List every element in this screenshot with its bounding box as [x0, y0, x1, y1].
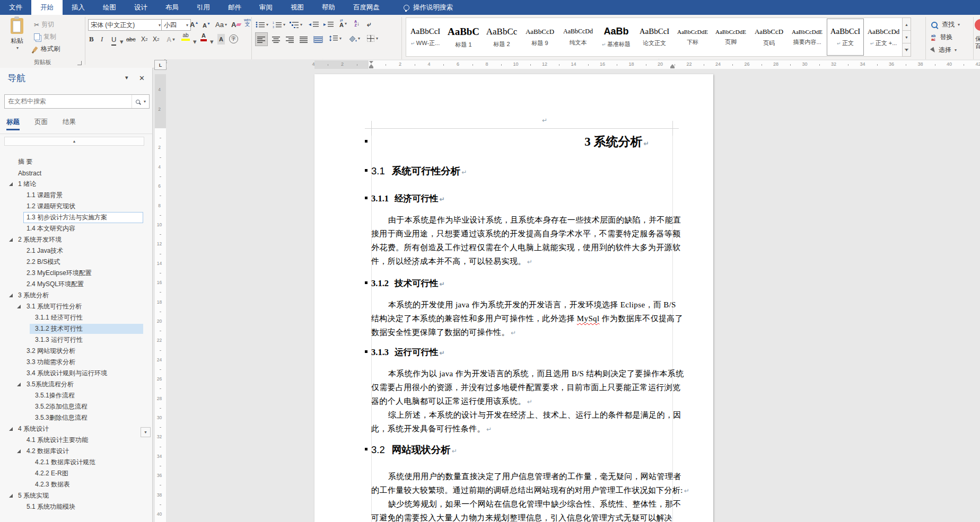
- justify-button[interactable]: [298, 33, 310, 46]
- superscript-button[interactable]: X2: [153, 34, 159, 45]
- doc-text-line[interactable]: 可避免的需要投入大量人力物力来规划整理信息，引入信息化管理方式无疑可以解决: [371, 513, 678, 522]
- distributed-button[interactable]: [312, 33, 325, 46]
- clipboard-dialog-launcher[interactable]: [77, 61, 82, 65]
- font-name-combobox[interactable]: 宋体 (中文正文)▾: [88, 19, 163, 31]
- nav-item[interactable]: 5.1 系统功能模块: [0, 501, 152, 512]
- nav-search-box[interactable]: 在文档中搜索 ▾: [4, 94, 150, 109]
- doc-text-line[interactable]: 本系统的开发使用 java 作为系统开发的开发语言，开发环境选择 Eclipse…: [388, 300, 695, 310]
- copy-button[interactable]: 复制: [34, 32, 56, 41]
- nav-options-dropdown[interactable]: ▾: [125, 74, 128, 81]
- tab-视图[interactable]: 视图: [282, 0, 313, 15]
- nav-item[interactable]: 3.1 系统可行性分析: [0, 301, 152, 312]
- style-item-纯文本[interactable]: AaBbCcDd纯文本: [559, 18, 597, 56]
- nav-item[interactable]: 2 系统开发环境: [0, 234, 152, 245]
- doc-text-line[interactable]: 数据安全性更保障了数据的可操作性。↵: [371, 328, 678, 338]
- grow-font-button[interactable]: A▲: [190, 19, 198, 30]
- nav-item[interactable]: 3.5.1操作流程: [0, 390, 152, 401]
- character-shading-button[interactable]: A: [217, 34, 225, 45]
- style-item-基准标题[interactable]: AaBb↵ 基准标题: [597, 18, 635, 56]
- doc-text-line[interactable]: 接用于商业用途，只想要通过该系统的开发提高自身学术水平，不需要特定服务器等额: [371, 229, 678, 239]
- nav-item[interactable]: 4.2.3 数据表: [0, 479, 152, 490]
- cut-button[interactable]: ✂ 剪切: [34, 20, 54, 29]
- enclose-characters-button[interactable]: 字: [229, 33, 238, 44]
- tab-布局[interactable]: 布局: [156, 0, 188, 15]
- style-item-论文正文[interactable]: AaBbCcI论文正文: [635, 18, 673, 56]
- decrease-indent-button[interactable]: [309, 19, 319, 30]
- nav-item[interactable]: 1.2 课题研究现状: [0, 201, 152, 212]
- nav-item[interactable]: 2.1 Java技术: [0, 245, 152, 256]
- doc-heading2[interactable]: 3.1系统可行性分析↵: [371, 164, 467, 178]
- find-button[interactable]: 查找 ▾: [931, 20, 960, 29]
- tab-邮件[interactable]: 邮件: [219, 0, 250, 15]
- jump-to-top-bar[interactable]: ▲: [4, 137, 144, 146]
- doc-heading3[interactable]: 3.1.3运行可行性↵: [371, 347, 445, 358]
- format-painter-button[interactable]: 格式刷: [34, 45, 60, 54]
- nav-item[interactable]: 1.1 课题背景: [0, 190, 152, 201]
- left-indent-marker[interactable]: [369, 67, 373, 68]
- nav-item[interactable]: 摘 要: [0, 156, 152, 167]
- doc-heading3[interactable]: 3.1.1经济可行性↵: [371, 193, 445, 205]
- nav-item[interactable]: 4 系统设计: [0, 423, 152, 435]
- character-scaling-button[interactable]: ⇄A▾: [339, 18, 347, 29]
- line-spacing-button[interactable]: ▾: [329, 33, 342, 43]
- borders-button[interactable]: ▾: [367, 33, 378, 43]
- styles-scroll-down[interactable]: ▼: [902, 30, 911, 44]
- strikethrough-button[interactable]: abc: [126, 34, 136, 45]
- tab-设计[interactable]: 设计: [125, 0, 156, 15]
- doc-heading2[interactable]: 3.2网站现状分析↵: [371, 443, 457, 456]
- nav-item[interactable]: 3.5.3删除信息流程: [0, 412, 152, 423]
- align-center-button[interactable]: [270, 33, 282, 46]
- font-color-button[interactable]: A: [200, 33, 207, 43]
- nav-item[interactable]: 3.1.3 运行可行性: [0, 334, 152, 346]
- align-left-button[interactable]: [256, 33, 267, 46]
- nav-item[interactable]: 4.1 系统设计主要功能: [0, 435, 152, 446]
- style-item-WW-正...[interactable]: AaBbCcI↵ WW-正...: [406, 18, 444, 56]
- style-item-下标[interactable]: AaBbCcDdE下标: [673, 18, 712, 56]
- underline-dropdown[interactable]: ▾: [120, 36, 124, 47]
- numbering-button[interactable]: 13▾: [273, 19, 285, 30]
- sort-button[interactable]: AZ↓: [354, 18, 360, 29]
- tab-绘图[interactable]: 绘图: [94, 0, 125, 15]
- show-hide-marks-button[interactable]: ⤶: [367, 19, 371, 30]
- doc-text-line[interactable]: 缺少统筹规划，如果一个网站在信息化管理中缺少综合性、系统性、整体性，那不: [388, 499, 695, 509]
- style-item-正文 +...[interactable]: AaBbCcDd↵ 正文 +...: [864, 18, 903, 56]
- first-line-indent-marker[interactable]: [369, 61, 373, 64]
- nav-item[interactable]: 3 系统分析: [0, 290, 152, 301]
- nav-item[interactable]: 2.3 MyEclipse环境配置: [0, 268, 152, 279]
- nav-item[interactable]: 3.5系统流程分析: [0, 379, 152, 390]
- nav-item[interactable]: 3.1.2 技术可行性: [0, 323, 152, 334]
- style-item-正文[interactable]: AaBbCcI↵ 正文: [826, 18, 864, 56]
- nav-item[interactable]: 2.4 MySQL环境配置: [0, 279, 152, 290]
- doc-text-line[interactable]: 的工作量较大较繁琐。通过前期的调研总结出网站现有的对用户管理工作状况如下分析:↵: [371, 485, 678, 496]
- style-item-页脚[interactable]: AaBbCcDdE页脚: [712, 18, 750, 56]
- close-icon[interactable]: ✕: [139, 74, 145, 82]
- tab-开始[interactable]: 开始: [31, 0, 63, 15]
- tab-插入[interactable]: 插入: [63, 0, 94, 15]
- bullets-button[interactable]: ▾: [256, 19, 268, 30]
- tab-审阅[interactable]: 审阅: [250, 0, 282, 15]
- nav-tab-results[interactable]: 结果: [63, 118, 76, 130]
- style-item-标题 2[interactable]: AaBbCc标题 2: [483, 18, 521, 56]
- nav-item[interactable]: 1.4 本文研究内容: [0, 223, 152, 234]
- italic-button[interactable]: I: [101, 34, 103, 45]
- tab-文件[interactable]: 文件: [0, 0, 31, 15]
- nav-item[interactable]: 3.4 系统设计规则与运行环境: [0, 368, 152, 379]
- nav-item[interactable]: 4.2.2 E-R图: [0, 468, 152, 479]
- highlight-color-button[interactable]: ab: [181, 33, 190, 43]
- phonetic-guide-button[interactable]: wén文: [244, 18, 251, 29]
- vertical-ruler[interactable]: 42246810121416182022242628303234363840: [154, 70, 167, 522]
- tab-帮助[interactable]: 帮助: [313, 0, 344, 15]
- text-effects-button[interactable]: A▾: [167, 34, 174, 45]
- style-item-页码[interactable]: AaBbCcD页码: [750, 18, 788, 56]
- nav-item[interactable]: 1 绪论: [0, 179, 152, 190]
- clear-formatting-button[interactable]: A: [231, 19, 241, 30]
- doc-text-line[interactable]: 由于本系统是作为毕业设计系统，且系统本身存在一些技术层面的缺陷，并不能直: [388, 215, 695, 225]
- doc-heading3[interactable]: 3.1.2技术可行性↵: [371, 278, 445, 289]
- doc-text-line[interactable]: 此，系统开发具备可行性条件。↵: [371, 424, 678, 434]
- doc-text-line[interactable]: 综上所述，本系统的设计与开发在经济上、技术上、运行上的条件都是满足的，因: [388, 410, 695, 420]
- multilevel-list-button[interactable]: ▾: [290, 19, 302, 30]
- doc-text-line[interactable]: 结构决定了本系统的兼容性和多用户可操作性，此外选择 MySql 作为数据库不仅提…: [371, 314, 678, 324]
- nav-item[interactable]: 3.3 功能需求分析: [0, 357, 152, 368]
- nav-tab-headings[interactable]: 标题: [6, 118, 20, 130]
- nav-tab-pages[interactable]: 页面: [34, 118, 48, 130]
